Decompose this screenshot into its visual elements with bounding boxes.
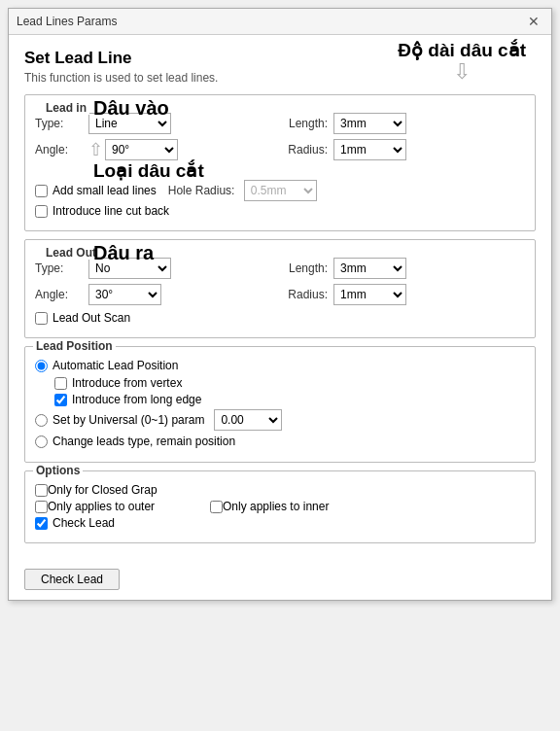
auto-lead-row: Automatic Lead Position [35, 359, 525, 372]
add-small-row: Add small lead lines Hole Radius: 0.5mm [35, 180, 525, 201]
universal-row: Set by Universal (0~1) param 0.00 [35, 409, 525, 431]
outer-inner-row: Only applies to outer Only applies to in… [35, 500, 525, 513]
change-type-row: Change leads type, remain position [35, 435, 525, 448]
lead-out-scan-label: Lead Out Scan [52, 311, 130, 325]
lead-position-section: Lead Position Automatic Lead Position In… [24, 346, 536, 463]
lead-in-label: Lead in [43, 101, 89, 115]
hole-radius-select[interactable]: 0.5mm [244, 180, 317, 201]
from-long-edge-label: Introduce from long edge [72, 393, 201, 406]
change-type-radio[interactable] [35, 435, 48, 448]
lead-out-section: Lead Out Dâu ra Type: No Length: 3mm [24, 239, 536, 338]
auto-lead-label: Automatic Lead Position [52, 359, 178, 372]
from-vertex-checkbox[interactable] [54, 377, 67, 390]
lead-in-length-label: Length: [280, 117, 333, 130]
lead-in-length-select[interactable]: 3mm [333, 113, 406, 134]
lead-out-radius-label: Radius: [280, 288, 333, 301]
content-area: Set Lead Line This function is used to s… [9, 35, 551, 563]
check-lead-checkbox[interactable] [35, 517, 48, 530]
from-vertex-label: Introduce from vertex [72, 376, 182, 390]
lead-in-section: Lead in Dâu vào Type: Line Length: 3mm [24, 94, 536, 231]
auto-lead-radio[interactable] [35, 360, 48, 372]
from-long-edge-row: Introduce from long edge [54, 393, 525, 406]
annotation-dau-vao: Dâu vào [93, 97, 169, 120]
lead-position-label: Lead Position [33, 339, 116, 353]
annotation-loai: Loại dâu cắt [93, 159, 204, 182]
lead-out-type-label: Type: [35, 261, 88, 275]
lead-in-radius-select[interactable]: 1mm [333, 139, 406, 160]
check-lead-button[interactable]: Check Lead [24, 569, 120, 590]
check-lead-label: Check Lead [52, 516, 115, 530]
universal-label: Set by Universal (0~1) param [52, 413, 204, 427]
change-type-label: Change leads type, remain position [52, 435, 235, 448]
introduce-cutback-label: Introduce line cut back [52, 204, 169, 218]
outer-label: Only applies to outer [48, 500, 155, 513]
hole-radius-label: Hole Radius: [168, 184, 241, 197]
lead-out-scan-row: Lead Out Scan [35, 311, 525, 325]
add-small-checkbox[interactable] [35, 185, 48, 197]
closed-graph-label: Only for Closed Grap [48, 483, 158, 497]
annotation-do-dai: Độ dài dâu cắt [398, 40, 526, 60]
lead-in-radius-label: Radius: [280, 143, 333, 157]
annotation-dau-ra: Dâu ra [93, 242, 154, 264]
options-section: Options Only for Closed Grap Only applie… [24, 470, 536, 543]
closed-graph-row: Only for Closed Grap [35, 483, 525, 497]
lead-out-angle-select[interactable]: 30° [88, 284, 161, 305]
lead-out-length-select[interactable]: 3mm [333, 258, 406, 279]
add-small-label: Add small lead lines [52, 184, 157, 197]
introduce-cutback-checkbox[interactable] [35, 205, 48, 218]
introduce-cutback-row: Introduce line cut back [35, 204, 525, 218]
lead-out-radius-select[interactable]: 1mm [333, 284, 406, 305]
bottom-bar: Check Lead [9, 563, 551, 600]
options-label: Options [33, 464, 83, 477]
main-window: Lead Lines Params ✕ Set Lead Line This f… [8, 8, 552, 601]
from-vertex-row: Introduce from vertex [54, 376, 525, 390]
lead-out-length-label: Length: [280, 261, 333, 275]
lead-in-type-label: Type: [35, 117, 88, 130]
lead-out-scan-checkbox[interactable] [35, 312, 48, 325]
title-bar: Lead Lines Params ✕ [9, 9, 551, 35]
outer-checkbox[interactable] [35, 501, 48, 513]
close-button[interactable]: ✕ [524, 14, 543, 29]
universal-radio[interactable] [35, 414, 48, 427]
check-lead-row: Check Lead [35, 516, 525, 530]
inner-checkbox[interactable] [210, 501, 223, 513]
from-long-edge-checkbox[interactable] [54, 394, 67, 406]
universal-value-select[interactable]: 0.00 [214, 409, 282, 431]
lead-in-angle-select[interactable]: 90° [105, 139, 178, 160]
window-title: Lead Lines Params [17, 15, 117, 28]
lead-out-label: Lead Out [43, 246, 99, 260]
lead-in-angle-label: Angle: [35, 143, 88, 157]
lead-out-angle-label: Angle: [35, 288, 88, 301]
inner-label: Only applies to inner [223, 500, 329, 513]
closed-graph-checkbox[interactable] [35, 484, 48, 497]
